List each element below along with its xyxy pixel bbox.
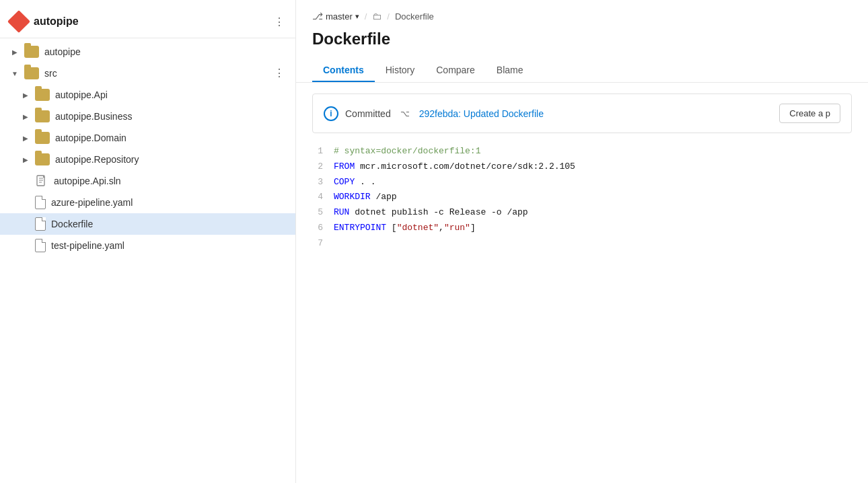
create-pull-request-button[interactable]: Create a p xyxy=(779,104,840,123)
code-text: , xyxy=(439,223,444,233)
commit-banner: i Committed ⌥ 292febda: Updated Dockerfi… xyxy=(312,94,852,133)
sidebar-item-label: autopipe.Business xyxy=(55,111,132,122)
line-number: 7 xyxy=(312,237,323,251)
sidebar-item-label: autopipe.Api.sln xyxy=(54,176,121,186)
line-number: 1 xyxy=(312,145,323,159)
code-container: 1 # syntax=docker/dockerfile:1 2 FROM mc… xyxy=(312,144,852,252)
tab-contents[interactable]: Contents xyxy=(312,59,375,82)
folder-icon xyxy=(24,67,39,79)
breadcrumb-folder-icon: 🗀 xyxy=(372,11,382,22)
code-text: . . xyxy=(360,177,375,187)
commit-hash-link[interactable]: 292febda: Updated Dockerfile xyxy=(419,108,544,119)
chevron-right-icon xyxy=(19,88,32,102)
line-number: 3 xyxy=(312,176,323,190)
code-text: [ xyxy=(392,223,397,233)
breadcrumb-separator-2: / xyxy=(387,11,390,22)
logo-more-button[interactable]: ⋮ xyxy=(274,15,285,28)
code-content: RUN dotnet publish -c Release -o /app xyxy=(334,206,528,220)
line-number: 4 xyxy=(312,190,323,205)
keyword-entrypoint: ENTRYPOINT xyxy=(334,223,386,233)
tab-history[interactable]: History xyxy=(375,59,426,82)
code-content: WORKDIR /app xyxy=(334,190,397,205)
main-body: i Committed ⌥ 292febda: Updated Dockerfi… xyxy=(296,83,868,483)
logo-text: autopipe xyxy=(34,15,79,28)
main-content: ⎇ master ▾ / 🗀 / Dockerfile Dockerfile C… xyxy=(296,0,868,483)
sidebar-item-autopipe-repository[interactable]: autopipe.Repository xyxy=(0,149,295,170)
tab-blame[interactable]: Blame xyxy=(486,59,534,82)
sidebar: autopipe ⋮ autopipe src ⋮ autopipe.Api a… xyxy=(0,0,296,483)
keyword-copy: COPY xyxy=(334,177,355,187)
sidebar-item-autopipe-domain[interactable]: autopipe.Domain xyxy=(0,127,295,149)
folder-icon xyxy=(35,153,50,165)
committed-label: Committed xyxy=(345,108,391,119)
yaml-file-icon xyxy=(35,196,46,209)
file-title: Dockerfile xyxy=(312,30,852,48)
code-line-2: 2 FROM mcr.microsoft.com/dotnet/core/sdk… xyxy=(312,159,852,175)
breadcrumb: ⎇ master ▾ / 🗀 / Dockerfile xyxy=(312,11,852,22)
folder-icon xyxy=(35,89,50,101)
sidebar-item-label: azure-pipeline.yaml xyxy=(51,197,133,208)
sidebar-item-label: Dockerfile xyxy=(51,219,93,229)
code-text: dotnet publish -c Release -o /app xyxy=(355,207,528,217)
keyword-from: FROM xyxy=(334,161,355,172)
keyword-run: RUN xyxy=(334,207,349,217)
code-line-1: 1 # syntax=docker/dockerfile:1 xyxy=(312,144,852,159)
git-branch-icon: ⎇ xyxy=(312,11,323,22)
code-line-4: 4 WORKDIR /app xyxy=(312,190,852,205)
sidebar-item-dockerfile[interactable]: Dockerfile xyxy=(0,213,295,235)
code-content: COPY . . xyxy=(334,176,375,190)
git-commit-icon: ⌥ xyxy=(400,109,410,118)
sidebar-item-autopipe-api[interactable]: autopipe.Api xyxy=(0,84,295,106)
code-text: ] xyxy=(470,223,476,233)
info-icon: i xyxy=(324,106,338,121)
breadcrumb-file-name: Dockerfile xyxy=(395,11,434,22)
folder-icon xyxy=(24,46,39,58)
folder-icon xyxy=(35,110,50,122)
sidebar-item-autopipe-api-sln[interactable]: autopipe.Api.sln xyxy=(0,170,295,192)
string-run: "run" xyxy=(444,223,470,233)
sidebar-item-test-pipeline[interactable]: test-pipeline.yaml xyxy=(0,235,295,256)
sidebar-item-label: autopipe.Api xyxy=(55,89,108,100)
sidebar-item-label: autopipe xyxy=(44,46,81,57)
code-line-7: 7 xyxy=(312,236,852,252)
keyword-workdir: WORKDIR xyxy=(334,192,371,202)
code-content: ENTRYPOINT ["dotnet","run"] xyxy=(334,221,476,235)
code-line-5: 5 RUN dotnet publish -c Release -o /app xyxy=(312,205,852,221)
line-number: 2 xyxy=(312,160,323,174)
code-line-6: 6 ENTRYPOINT ["dotnet","run"] xyxy=(312,221,852,236)
chevron-down-icon xyxy=(8,67,22,80)
breadcrumb-separator: / xyxy=(365,11,367,22)
code-text: /app xyxy=(375,192,396,202)
folder-icon xyxy=(35,132,50,144)
chevron-right-icon xyxy=(19,131,32,145)
tab-bar: Contents History Compare Blame xyxy=(312,59,852,82)
branch-selector[interactable]: ⎇ master ▾ xyxy=(312,11,359,22)
code-content: # syntax=docker/dockerfile:1 xyxy=(334,145,480,159)
code-text: mcr.microsoft.com/dotnet/core/sdk:2.2.10… xyxy=(360,161,575,172)
sidebar-item-src[interactable]: src ⋮ xyxy=(0,63,295,84)
sidebar-item-autopipe-business[interactable]: autopipe.Business xyxy=(0,106,295,127)
logo-area: autopipe ⋮ xyxy=(0,5,295,38)
sidebar-item-azure-pipeline[interactable]: azure-pipeline.yaml xyxy=(0,192,295,213)
chevron-right-icon xyxy=(19,110,32,123)
yaml-file-icon xyxy=(35,239,46,252)
branch-chevron-icon: ▾ xyxy=(355,12,359,21)
sidebar-item-autopipe-root[interactable]: autopipe xyxy=(0,41,295,63)
sidebar-item-label: src xyxy=(44,68,57,79)
dockerfile-icon xyxy=(35,217,46,231)
tab-compare[interactable]: Compare xyxy=(425,59,486,82)
code-content: FROM mcr.microsoft.com/dotnet/core/sdk:2… xyxy=(334,160,575,174)
main-header: ⎇ master ▾ / 🗀 / Dockerfile Dockerfile C… xyxy=(296,0,868,83)
sln-file-icon xyxy=(35,174,48,188)
sidebar-item-label: test-pipeline.yaml xyxy=(51,240,124,251)
logo-icon xyxy=(7,10,30,33)
line-number: 5 xyxy=(312,206,323,220)
chevron-right-icon xyxy=(19,153,32,166)
line-number: 6 xyxy=(312,221,323,235)
chevron-right-icon xyxy=(8,45,22,59)
code-line-3: 3 COPY . . xyxy=(312,175,852,190)
branch-name: master xyxy=(326,11,353,22)
src-more-button[interactable]: ⋮ xyxy=(271,68,287,79)
string-dotnet: "dotnet" xyxy=(397,223,439,233)
sidebar-item-label: autopipe.Repository xyxy=(55,154,139,165)
